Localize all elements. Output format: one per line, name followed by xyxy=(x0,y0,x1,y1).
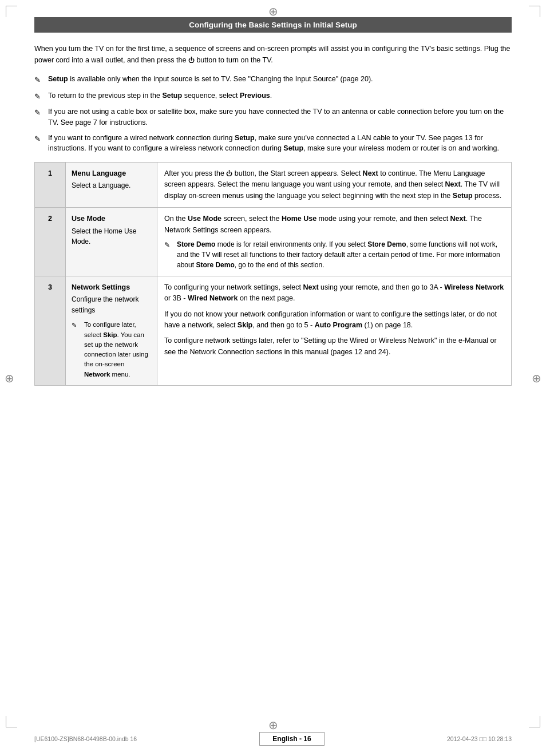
step-3-label-note: ✎ To configure later, select Skip. You c… xyxy=(72,320,151,379)
step-2-sub-note: ✎ Store Demo mode is for retail environm… xyxy=(164,239,504,270)
step-subtitle-3: Configure the network settings xyxy=(72,294,151,315)
sub-note-pencil-icon-3: ✎ xyxy=(72,320,81,330)
page-container: ⊕ ⊕ ⊕ Configuring the Basic Settings in … xyxy=(0,0,546,756)
note-pencil-icon-1: ✎ xyxy=(34,74,45,86)
sub-note-pencil-icon-2: ✎ xyxy=(164,240,173,250)
corner-mark-tr xyxy=(529,6,540,17)
note-text-3: If you are not using a cable box or sate… xyxy=(48,106,512,128)
footer-date-info: 2012-04-23 □□ 10:28:13 xyxy=(447,735,512,742)
bottom-crosshair-icon: ⊕ xyxy=(268,718,278,732)
step-title-2: Use Mode xyxy=(72,213,151,224)
step-number-2: 2 xyxy=(35,208,66,276)
step-number-1: 1 xyxy=(35,163,66,208)
step-subtitle-1: Select a Language. xyxy=(72,180,151,191)
note-item-2: ✎ To return to the previous step in the … xyxy=(34,90,512,102)
step-row-3: 3 Network Settings Configure the network… xyxy=(35,276,512,385)
step-3-para-2: If you do not know your network configur… xyxy=(164,309,504,331)
note-item-3: ✎ If you are not using a cable box or sa… xyxy=(34,106,512,128)
top-crosshair-icon: ⊕ xyxy=(268,5,278,18)
note-text-2: To return to the previous step in the Se… xyxy=(48,90,512,101)
step-label-1: Menu Language Select a Language. xyxy=(66,163,157,208)
step-title-3: Network Settings xyxy=(72,282,151,293)
footer-file-info: [UE6100-ZS]BN68-04498B-00.indb 16 xyxy=(34,735,137,742)
step-3-para-1: To configuring your network settings, se… xyxy=(164,282,504,304)
left-crosshair-icon: ⊕ xyxy=(5,371,14,385)
step-content-3: To configuring your network settings, se… xyxy=(157,276,512,385)
intro-paragraph: When you turn the TV on for the first ti… xyxy=(34,43,512,66)
page-title: Configuring the Basic Settings in Initia… xyxy=(34,17,512,33)
step-title-1: Menu Language xyxy=(72,168,151,179)
note-item-1: ✎ Setup is available only when the input… xyxy=(34,74,512,86)
step-content-2: On the Use Mode screen, select the Home … xyxy=(157,208,512,276)
note-item-4: ✎ If you want to configure a wired netwo… xyxy=(34,133,512,155)
footer-page-label: English - 16 xyxy=(259,732,324,746)
note-pencil-icon-2: ✎ xyxy=(34,91,45,102)
corner-mark-br xyxy=(529,716,540,727)
step-label-3: Network Settings Configure the network s… xyxy=(66,276,157,385)
note-text-4: If you want to configure a wired network… xyxy=(48,133,512,155)
corner-mark-tl xyxy=(6,6,17,17)
footer: [UE6100-ZS]BN68-04498B-00.indb 16 Englis… xyxy=(0,732,546,746)
step-3-para-3: To configure network settings later, ref… xyxy=(164,335,504,358)
note-text-1: Setup is available only when the input s… xyxy=(48,74,512,85)
step-row-2: 2 Use Mode Select the Home Use Mode. On … xyxy=(35,208,512,276)
note-pencil-icon-3: ✎ xyxy=(34,107,45,118)
corner-mark-bl xyxy=(6,716,17,727)
step-label-2: Use Mode Select the Home Use Mode. xyxy=(66,208,157,276)
step-row-1: 1 Menu Language Select a Language. After… xyxy=(35,163,512,208)
steps-table: 1 Menu Language Select a Language. After… xyxy=(34,162,512,386)
step-subtitle-2: Select the Home Use Mode. xyxy=(72,226,151,247)
step-content-1: After you press the ⏻ button, the Start … xyxy=(157,163,512,208)
step-number-3: 3 xyxy=(35,276,66,385)
notes-section: ✎ Setup is available only when the input… xyxy=(34,74,512,154)
right-crosshair-icon: ⊕ xyxy=(532,371,541,385)
note-pencil-icon-4: ✎ xyxy=(34,133,45,145)
